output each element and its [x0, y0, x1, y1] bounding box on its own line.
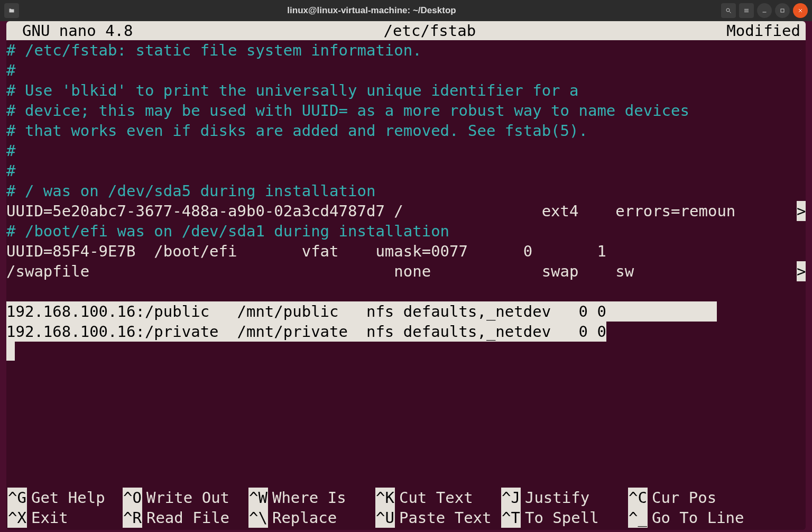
- shortcut-key: ^_: [628, 508, 648, 528]
- nano-shortcut: ^GGet Help: [7, 488, 123, 508]
- editor-line: # Use 'blkid' to print the universally u…: [6, 80, 806, 100]
- minimize-button[interactable]: [757, 3, 772, 18]
- nano-shortcut: ^WWhere Is: [248, 488, 375, 508]
- shortcut-key: ^G: [7, 488, 27, 508]
- shortcut-label: Read File: [146, 508, 229, 528]
- shortcut-label: Cut Text: [399, 488, 473, 508]
- files-app-icon[interactable]: [4, 3, 19, 18]
- editor-line: /swapfile none swap sw >: [6, 261, 806, 281]
- shortcut-key: ^C: [628, 488, 648, 508]
- editor-line: # / was on /dev/sda5 during installation: [6, 181, 806, 201]
- search-button[interactable]: [721, 3, 736, 18]
- shortcut-label: Where Is: [272, 488, 346, 508]
- close-button[interactable]: [793, 3, 808, 18]
- nano-shortcut: ^XExit: [7, 508, 123, 528]
- shortcut-label: Paste Text: [399, 508, 492, 528]
- nano-shortcut: ^CCur Pos: [628, 488, 754, 508]
- nano-status: Modified: [726, 21, 805, 40]
- editor-line: UUID=5e20abc7-3677-488a-a9b0-02a3cd4787d…: [6, 201, 806, 221]
- shortcut-label: Replace: [272, 508, 337, 528]
- overflow-indicator: >: [797, 201, 806, 221]
- shortcut-label: Go To Line: [652, 508, 744, 528]
- editor-content[interactable]: # /etc/fstab: static file system informa…: [6, 40, 806, 361]
- editor-line: # /boot/efi was on /dev/sda1 during inst…: [6, 221, 806, 241]
- nano-shortcut: ^JJustify: [501, 488, 628, 508]
- nano-file-name: /etc/fstab: [133, 21, 727, 40]
- shortcut-key: ^T: [501, 508, 521, 528]
- shortcut-label: Get Help: [31, 488, 105, 508]
- shortcut-label: To Spell: [525, 508, 599, 528]
- window-title: linux@linux-virtual-machine: ~/Desktop: [22, 5, 721, 16]
- shortcut-key: ^W: [248, 488, 268, 508]
- hamburger-menu-button[interactable]: [739, 3, 754, 18]
- editor-line: #: [6, 60, 806, 80]
- window-titlebar: linux@linux-virtual-machine: ~/Desktop: [0, 0, 812, 21]
- svg-line-1: [730, 12, 731, 13]
- nano-shortcut: ^\Replace: [248, 508, 375, 528]
- editor-line: UUID=85F4-9E7B /boot/efi vfat umask=0077…: [6, 241, 806, 261]
- shortcut-key: ^O: [123, 488, 142, 508]
- shortcut-key: ^K: [375, 488, 395, 508]
- editor-line: 192.168.100.16:/private /mnt/private nfs…: [6, 322, 806, 342]
- nano-shortcut: ^OWrite Out: [123, 488, 248, 508]
- maximize-button[interactable]: [775, 3, 790, 18]
- editor-line: # that works even if disks are added and…: [6, 121, 806, 141]
- overflow-indicator: >: [797, 261, 806, 281]
- svg-rect-4: [744, 12, 749, 12]
- shortcut-label: Write Out: [146, 488, 229, 508]
- editor-line: 192.168.100.16:/public /mnt/public nfs d…: [6, 301, 806, 322]
- nano-header: GNU nano 4.8 /etc/fstab Modified: [6, 21, 806, 40]
- nano-shortcut: ^_Go To Line: [628, 508, 754, 528]
- svg-rect-5: [763, 12, 767, 13]
- shortcut-label: Justify: [525, 488, 589, 508]
- shortcut-label: Cur Pos: [652, 488, 716, 508]
- terminal-area[interactable]: GNU nano 4.8 /etc/fstab Modified # /etc/…: [6, 21, 806, 530]
- editor-line: [6, 342, 806, 361]
- editor-line: [6, 281, 806, 301]
- nano-shortcut: ^UPaste Text: [375, 508, 501, 528]
- svg-rect-2: [744, 9, 749, 10]
- nano-shortcut: ^KCut Text: [375, 488, 501, 508]
- shortcut-key: ^X: [7, 508, 27, 528]
- shortcut-key: ^J: [501, 488, 521, 508]
- editor-line: #: [6, 141, 806, 161]
- nano-shortcut: ^TTo Spell: [501, 508, 628, 528]
- svg-point-0: [726, 8, 730, 12]
- nano-shortcut: ^RRead File: [123, 508, 248, 528]
- editor-line: #: [6, 161, 806, 181]
- cursor: [6, 342, 15, 361]
- nano-footer: ^GGet Help^OWrite Out^WWhere Is^KCut Tex…: [6, 488, 806, 528]
- nano-app-name: GNU nano 4.8: [7, 21, 133, 40]
- svg-rect-6: [781, 9, 784, 12]
- shortcut-key: ^U: [375, 508, 395, 528]
- editor-line: # device; this may be used with UUID= as…: [6, 100, 806, 121]
- shortcut-key: ^\: [248, 508, 268, 528]
- editor-line: # /etc/fstab: static file system informa…: [6, 40, 806, 60]
- svg-rect-3: [744, 11, 749, 11]
- shortcut-key: ^R: [123, 508, 142, 528]
- shortcut-label: Exit: [31, 508, 68, 528]
